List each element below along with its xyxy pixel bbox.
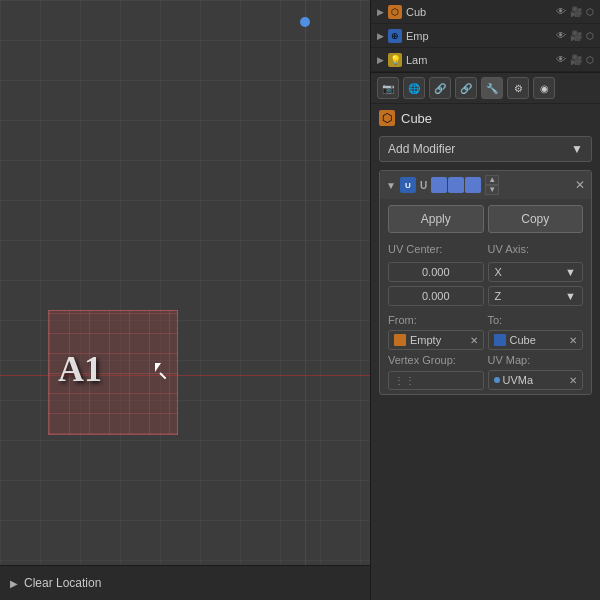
from-chip-name: Empty [410,334,466,346]
properties-toolbar: 📷 🌐 🔗 🔗 🔧 ⚙ ◉ [371,73,600,104]
copy-button[interactable]: Copy [488,205,584,233]
from-label: From: [388,314,484,326]
modifier-collapse-toggle[interactable]: ▼ [386,180,396,191]
outliner-item-lamp[interactable]: ▶ 💡 Lam 👁 🎥 ⬡ [371,48,600,72]
from-chip-close[interactable]: ✕ [470,335,478,346]
uv-center-y-input[interactable]: 0.000 [388,286,484,306]
object-header: ⬡ Cube [371,104,600,132]
expand-icon-empty: ▶ [377,31,384,41]
prop-render-btn[interactable]: 📷 [377,77,399,99]
lamp-obj-icon: 💡 [388,53,402,67]
prop-world-btn[interactable]: 🔗 [429,77,451,99]
vertex-group-dots: ⋮⋮ [394,375,416,386]
clear-location-label: Clear Location [24,576,101,590]
outliner-empty-name: Emp [406,30,552,42]
uv-axis-x-value: X [495,266,502,278]
from-chip-icon [394,334,406,346]
from-to-values-row: Empty ✕ Cube ✕ [380,330,591,350]
add-modifier-label: Add Modifier [388,142,455,156]
clear-location-bar[interactable]: ▶ Clear Location [0,565,370,600]
modifier-delete-btn[interactable]: ✕ [575,178,585,192]
cam-icon-cube[interactable]: 🎥 [570,6,582,17]
vertex-group-label: Vertex Group: [388,354,484,366]
modifier-move-down-btn[interactable]: ▼ [485,185,499,195]
prop-modifier-btn[interactable]: 🔧 [481,77,503,99]
uv-z-row: 0.000 Z ▼ [388,286,583,306]
from-to-labels-row: From: To: [380,314,591,326]
expand-icon: ▶ [377,7,384,17]
prop-material-btn[interactable]: ⚙ [507,77,529,99]
uv-map-close[interactable]: ✕ [569,375,577,386]
outliner: ▶ ⬡ Cub 👁 🎥 ⬡ ▶ ⊕ Emp 👁 🎥 ⬡ ▶ 💡 Lam 👁 🎥 … [371,0,600,73]
vertex-group-field[interactable]: ⋮⋮ [388,371,484,390]
render-icon-lamp[interactable]: ⬡ [586,55,594,65]
add-modifier-chevron: ▼ [571,142,583,156]
uv-labels-row: UV Center: UV Axis: [388,243,583,258]
to-chip-close[interactable]: ✕ [569,335,577,346]
uv-center-x-input[interactable]: 0.000 [388,262,484,282]
outliner-lamp-name: Lam [406,54,552,66]
modifier-header: ▼ U U ▲ ▼ ✕ [380,171,591,199]
uv-center-label: UV Center: [388,243,484,255]
eye-icon-empty[interactable]: 👁 [556,30,566,41]
modifier-fields: UV Center: UV Axis: 0.000 X ▼ 0.000 Z ▼ [380,239,591,314]
empty-obj-icon: ⊕ [388,29,402,43]
modifier-action-row: Apply Copy [380,199,591,239]
prop-data-btn[interactable]: ◉ [533,77,555,99]
cam-icon-lamp[interactable]: 🎥 [570,54,582,65]
expand-icon-lamp: ▶ [377,55,384,65]
bottom-bar-arrow-icon: ▶ [10,578,18,589]
from-chip[interactable]: Empty ✕ [388,330,484,350]
modifier-move-arrows: ▲ ▼ [485,175,499,195]
object-header-name: Cube [401,111,432,126]
modifier-display-icons [431,177,481,193]
uv-axis-z-value: Z [495,290,502,302]
prop-object-btn[interactable]: 🔗 [455,77,477,99]
uv-axis-z-select[interactable]: Z ▼ [488,286,584,306]
object-header-icon: ⬡ [379,110,395,126]
vg-uv-values-row: ⋮⋮ UVMa ✕ [380,370,591,390]
modifier-move-up-btn[interactable]: ▲ [485,175,499,185]
selected-object[interactable] [48,310,178,435]
uv-map-dot [494,377,500,383]
y-axis-line [305,0,306,600]
render-icon-empty[interactable]: ⬡ [586,31,594,41]
right-panel: ▶ ⬡ Cub 👁 🎥 ⬡ ▶ ⊕ Emp 👁 🎥 ⬡ ▶ 💡 Lam 👁 🎥 … [370,0,600,600]
render-icon-cube[interactable]: ⬡ [586,7,594,17]
uv-map-value: UVMa [503,374,567,386]
uv-axis-x-chevron: ▼ [565,266,576,278]
modifier-edit-btn[interactable] [465,177,481,193]
uv-x-row: 0.000 X ▼ [388,262,583,282]
eye-icon-lamp[interactable]: 👁 [556,54,566,65]
modifier-uv-icon: U [400,177,416,193]
uv-map-label: UV Map: [488,354,584,366]
prop-scene-btn[interactable]: 🌐 [403,77,425,99]
viewport[interactable]: A1 [0,0,370,600]
cube-obj-icon: ⬡ [388,5,402,19]
outliner-item-empty[interactable]: ▶ ⊕ Emp 👁 🎥 ⬡ [371,24,600,48]
modifier-block: ▼ U U ▲ ▼ ✕ Apply Copy UV Center: UV Axi… [379,170,592,395]
apply-button[interactable]: Apply [388,205,484,233]
outliner-item-cube[interactable]: ▶ ⬡ Cub 👁 🎥 ⬡ [371,0,600,24]
vg-uv-labels-row: Vertex Group: UV Map: [380,354,591,366]
cam-icon-empty[interactable]: 🎥 [570,30,582,41]
uv-axis-label: UV Axis: [488,243,584,255]
modifier-u-label: U [420,180,427,191]
outliner-cube-name: Cub [406,6,552,18]
uv-axis-x-select[interactable]: X ▼ [488,262,584,282]
modifier-realtime-btn[interactable] [431,177,447,193]
viewport-grid [0,0,370,600]
uv-axis-z-chevron: ▼ [565,290,576,302]
add-modifier-dropdown[interactable]: Add Modifier ▼ [379,136,592,162]
to-chip[interactable]: Cube ✕ [488,330,584,350]
eye-icon-cube[interactable]: 👁 [556,6,566,17]
to-label: To: [488,314,584,326]
origin-dot [300,17,310,27]
to-chip-icon [494,334,506,346]
to-chip-name: Cube [510,334,566,346]
uv-map-field[interactable]: UVMa ✕ [488,370,584,390]
modifier-render-btn[interactable] [448,177,464,193]
